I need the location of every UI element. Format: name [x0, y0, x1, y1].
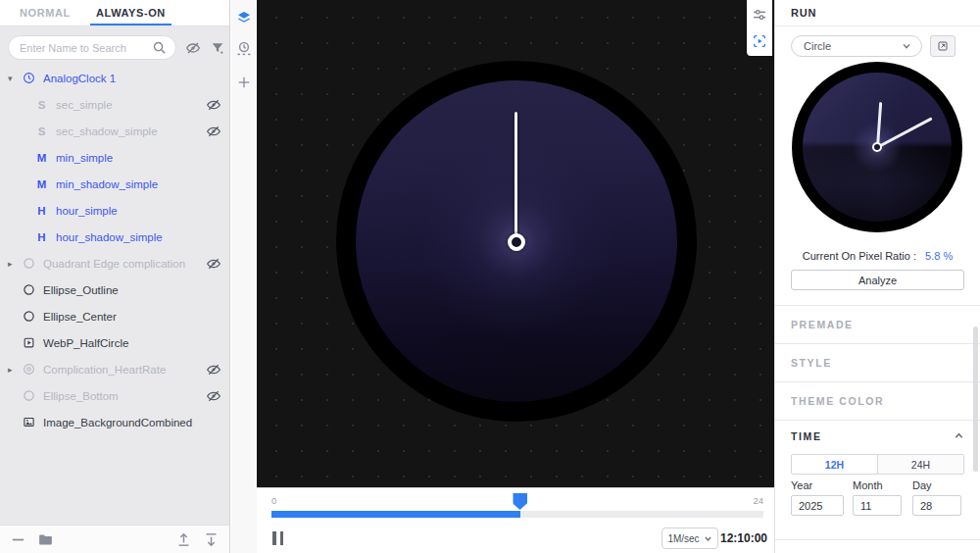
month-label: Month — [853, 479, 883, 491]
panel-scrollbar[interactable] — [973, 327, 978, 472]
hide-all-layers-icon[interactable] — [185, 40, 201, 56]
time-section-header[interactable]: TIME — [775, 421, 980, 451]
layer-row[interactable]: ▸Quadrant Edge complication — [0, 250, 229, 276]
design-canvas[interactable] — [257, 0, 774, 487]
circle-icon — [21, 388, 37, 404]
visibility-off-icon[interactable] — [206, 124, 221, 139]
pause-button[interactable] — [272, 531, 283, 545]
divider — [775, 25, 980, 26]
watch-preview-face — [803, 73, 952, 222]
timeline-marker[interactable] — [513, 493, 527, 510]
layer-row[interactable]: Mmin_shadow_simple — [0, 171, 229, 197]
tab-normal[interactable]: NORMAL — [20, 0, 71, 25]
tab-always-on[interactable]: ALWAYS-ON — [96, 0, 166, 25]
layer-type-letter-icon: M — [33, 176, 50, 192]
timeline-track[interactable] — [271, 511, 763, 518]
run-panel-title: RUN — [791, 7, 816, 19]
format-24h-button[interactable]: 24H — [877, 455, 963, 474]
layer-row[interactable]: Ellipse_Center — [0, 303, 229, 329]
display-settings-icon[interactable] — [752, 7, 767, 23]
move-to-top-icon[interactable] — [175, 531, 192, 548]
minute-hand[interactable] — [514, 112, 517, 242]
time-section-title: TIME — [791, 430, 821, 442]
layer-label: sec_shadow_simple — [56, 126, 206, 137]
open-external-preview-button[interactable] — [930, 35, 956, 57]
timeline-fill — [271, 511, 520, 518]
layer-type-letter-icon: S — [33, 97, 50, 113]
layer-row[interactable]: Hhour_shadow_simple — [0, 224, 229, 250]
center-pivot-ring[interactable] — [508, 233, 525, 251]
layer-label: Ellipse_Bottom — [43, 390, 206, 402]
chevron-down-icon — [704, 534, 712, 543]
search-row — [0, 26, 229, 60]
time-section: TIME 12H 24H Year Month Day — [775, 421, 980, 451]
layer-row[interactable]: Ssec_simple — [0, 91, 229, 118]
time-slider-panel: 0 24 1M/sec 12:10:00 — [257, 487, 774, 553]
layer-row[interactable]: WebP_HalfCircle — [0, 329, 229, 356]
caret-right-icon[interactable]: ▸ — [8, 365, 21, 375]
layer-type-letter-icon: S — [33, 124, 50, 139]
layer-row[interactable]: ▾AnalogClock 1 — [0, 65, 229, 91]
preview-hour-hand — [876, 102, 882, 147]
layer-label: Ellipse_Outline — [43, 284, 221, 296]
layer-label: hour_simple — [56, 205, 221, 217]
layer-row[interactable]: Image_BackgroundCombined — [0, 409, 229, 435]
layer-row[interactable]: ▸Complication_HeartRate — [0, 356, 229, 382]
group-folder-icon[interactable] — [37, 531, 54, 548]
visibility-off-icon[interactable] — [206, 256, 221, 272]
remove-layer-icon[interactable] — [10, 531, 26, 548]
day-label: Day — [912, 479, 932, 491]
layer-row[interactable]: Hhour_simple — [0, 197, 229, 224]
timeline-start-label: 0 — [271, 495, 276, 506]
search-icon — [152, 40, 167, 55]
visibility-off-icon[interactable] — [206, 362, 221, 377]
canvas-floating-toolbar — [747, 0, 772, 56]
chevron-down-icon — [902, 41, 911, 51]
layer-row[interactable]: Ellipse_Bottom — [0, 382, 229, 409]
playback-speed-select[interactable]: 1M/sec — [662, 528, 718, 549]
caret-down-icon[interactable]: ▾ — [8, 74, 21, 83]
layers-panel-icon[interactable] — [231, 5, 257, 30]
visibility-off-icon[interactable] — [206, 97, 221, 113]
layer-row[interactable]: Mmin_simple — [0, 144, 229, 171]
layer-label: WebP_HalfCircle — [43, 337, 221, 349]
device-shape-value: Circle — [804, 40, 831, 52]
layer-type-letter-icon: H — [33, 203, 50, 219]
on-pixel-ratio-row: Current On Pixel Ratio : 5.8 % — [775, 250, 980, 262]
layer-row[interactable]: Ssec_shadow_simple — [0, 118, 229, 144]
on-pixel-ratio-label: Current On Pixel Ratio : — [803, 250, 916, 262]
analyze-button[interactable]: Analyze — [791, 270, 964, 290]
caret-right-icon[interactable]: ▸ — [8, 259, 21, 269]
section-theme-color[interactable]: THEME COLOR — [775, 382, 980, 421]
move-to-bottom-icon[interactable] — [203, 531, 220, 548]
year-field[interactable] — [791, 495, 844, 516]
layer-label: sec_simple — [56, 99, 206, 111]
mode-tabbar: NORMAL ALWAYS-ON — [0, 0, 229, 26]
analog-clock-icon — [21, 71, 37, 86]
layer-label: Complication_HeartRate — [43, 364, 206, 376]
aod-time-icon[interactable] — [231, 36, 257, 62]
section-style[interactable]: STYLE — [775, 344, 980, 382]
webp-icon — [21, 335, 37, 351]
search-input[interactable] — [20, 42, 152, 54]
circle-icon — [21, 256, 37, 272]
format-12h-button[interactable]: 12H — [792, 455, 877, 474]
watch-face-studio-app: NORMAL ALWAYS-ON ▾AnalogClock 1Ssec_simp… — [0, 0, 980, 553]
layer-label: AnalogClock 1 — [43, 73, 221, 84]
day-field[interactable] — [912, 495, 961, 516]
circle-icon — [21, 309, 37, 325]
filter-layers-icon[interactable] — [210, 40, 225, 56]
month-field[interactable] — [853, 495, 902, 516]
layer-label: Image_BackgroundCombined — [43, 417, 221, 428]
layer-row[interactable]: Ellipse_Outline — [0, 276, 229, 303]
visibility-off-icon[interactable] — [206, 388, 221, 404]
watch-preview — [792, 62, 962, 232]
layer-label: hour_shadow_simple — [56, 231, 221, 243]
playback-speed-value: 1M/sec — [667, 533, 699, 544]
run-panel: RUN Circle Current On Pixel Ratio : 5.8 … — [774, 0, 980, 553]
add-component-icon[interactable] — [231, 70, 257, 95]
layer-type-letter-icon: M — [33, 150, 50, 166]
run-preview-icon[interactable] — [752, 33, 767, 49]
device-shape-select[interactable]: Circle — [791, 35, 922, 57]
section-premade[interactable]: PREMADE — [775, 306, 980, 344]
